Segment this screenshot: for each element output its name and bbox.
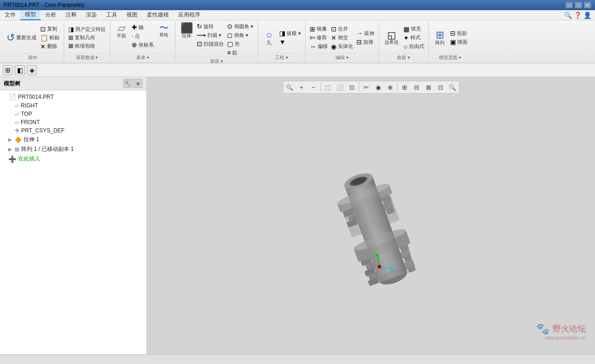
csys-button[interactable]: ⊕坐标系 bbox=[130, 41, 155, 49]
project-button[interactable]: ⊟投影 bbox=[449, 29, 469, 37]
sketch-button[interactable]: 〜 草绘 bbox=[156, 22, 172, 39]
axis-button[interactable]: ✚轴 bbox=[130, 23, 155, 31]
tree-item-label-csys: PRT_CSYS_DEF bbox=[21, 127, 65, 134]
freestyle-button[interactable]: ○自由式 bbox=[402, 42, 425, 51]
menu-file[interactable]: 文件 bbox=[0, 10, 20, 20]
tree-item-label: PRT0014.PRT bbox=[18, 94, 54, 100]
sweep-blend-button[interactable]: ⊡扫描混合 bbox=[195, 40, 225, 48]
menu-tools[interactable]: 工具 bbox=[102, 10, 122, 20]
rib-button[interactable]: ≡筋 bbox=[226, 48, 255, 57]
file-icon: 📄 bbox=[8, 93, 16, 101]
tree-item-front[interactable]: ▱ FRONT bbox=[0, 118, 146, 126]
offset-button[interactable]: ↔偏移 bbox=[308, 42, 329, 51]
intersect-button[interactable]: ✕相交 bbox=[330, 34, 355, 42]
trim-button[interactable]: ✄修剪 bbox=[308, 34, 329, 42]
ribbon-group-datum: ▱ 平面 ✚轴 ·点 ⊕坐标系 〜 草绘 bbox=[110, 21, 175, 62]
user-feature-button[interactable]: ◨用户定义特征 bbox=[67, 25, 107, 33]
point-button[interactable]: ·点 bbox=[130, 32, 155, 40]
tree-item-label-extrude: 拉伸 1 bbox=[24, 136, 39, 143]
screen-button[interactable]: ▣障面 bbox=[449, 38, 469, 46]
round-button[interactable]: ⊙倒圆角 ▾ bbox=[226, 22, 255, 30]
tree-item-extrude[interactable]: ▶ 🔶 拉伸 1 bbox=[0, 135, 146, 144]
tree-item-label-front: FRONT bbox=[21, 119, 40, 125]
copy-geom-button[interactable]: ⊞复制几何 bbox=[67, 34, 107, 42]
shell-button[interactable]: ▢壳 bbox=[226, 40, 255, 48]
datum-plane-icon: ▱ bbox=[15, 102, 19, 109]
menu-model[interactable]: 模型 bbox=[20, 10, 41, 20]
watermark-url: www.proewildfire.cn bbox=[536, 335, 586, 340]
paste-button[interactable]: 📋粘贴 bbox=[39, 34, 61, 42]
style-button[interactable]: ✦样式 bbox=[402, 34, 425, 42]
menu-flexible[interactable]: 柔性建模 bbox=[142, 10, 174, 20]
draft-button[interactable]: ◨拔模 ▾ bbox=[278, 29, 302, 37]
hole-button[interactable]: ○ 孔 bbox=[261, 29, 277, 47]
extend-button[interactable]: →延伸 bbox=[355, 29, 376, 37]
extrude-button[interactable]: ⬛ 拉伸 bbox=[178, 22, 195, 40]
ribbon-group-shape: ⬛ 拉伸 ↻旋转 ⟿扫描 ▾ ⊡扫描混合 ⊙倒圆角 ▾ bbox=[175, 21, 258, 62]
watermark-text: 野火论坛 bbox=[553, 323, 586, 334]
plane-button[interactable]: ▱ 平面 bbox=[113, 22, 130, 40]
expand-array[interactable]: ▶ bbox=[8, 147, 15, 152]
insert-here[interactable]: ➕ 在此插入 bbox=[0, 154, 146, 164]
tree-item-label-top: TOP bbox=[21, 111, 32, 117]
user-icon[interactable]: 👤 bbox=[583, 12, 591, 19]
mirror-button[interactable]: ⊞镜像 bbox=[308, 25, 329, 33]
model-container: x y bbox=[147, 77, 595, 354]
menu-view[interactable]: 视图 bbox=[122, 10, 142, 20]
revolve-button[interactable]: ↻旋转 bbox=[195, 22, 225, 30]
help-icon[interactable]: ❓ bbox=[574, 12, 582, 19]
expand-extrude[interactable]: ▶ bbox=[8, 137, 15, 142]
sidebar-settings-button[interactable]: 🔧 bbox=[123, 79, 132, 88]
tree-item-array[interactable]: ▶ ⊞ 阵列 1 / 已移动副本 1 bbox=[0, 144, 146, 154]
menu-analysis[interactable]: 分析 bbox=[41, 10, 61, 20]
chamfer-button[interactable]: ◻倒角 ▾ bbox=[226, 31, 255, 39]
toolbar-btn-1[interactable]: ⊞ bbox=[3, 65, 13, 75]
datum-plane-icon-front: ▱ bbox=[15, 119, 19, 125]
ribbon-group-actions: ↺ 重新生成 ⊡复制 📋粘贴 ✕删除 操作 bbox=[2, 21, 64, 62]
close-button[interactable]: ✕ bbox=[584, 2, 591, 8]
thicken-button[interactable]: ⊟加厚 bbox=[355, 38, 376, 46]
csys-icon: ✛ bbox=[15, 127, 19, 134]
minimize-button[interactable]: ─ bbox=[565, 2, 573, 8]
fill-button[interactable]: ▦填充 bbox=[402, 25, 425, 33]
group-label-intent: 模型意图 ▾ bbox=[432, 53, 469, 61]
insert-label: 在此插入 bbox=[18, 155, 40, 163]
group-label-engineering: 工程 ▾ bbox=[261, 53, 302, 61]
menu-annotation[interactable]: 注释 bbox=[61, 10, 81, 20]
viewport[interactable]: 🔍 + − ⬚ ⬜ ⊡ ✄ ◉ ⊕ ⊞ ⊟ ⊠ ⊡ 🔍 bbox=[147, 77, 595, 354]
group-label-surface: 曲面 ▾ bbox=[382, 53, 425, 61]
more-button[interactable]: ▼ bbox=[278, 38, 302, 46]
toolbar-btn-3[interactable]: ◈ bbox=[27, 65, 37, 75]
watermark-logo: 🐾 bbox=[536, 322, 550, 335]
ribbon: ↺ 重新生成 ⊡复制 📋粘贴 ✕删除 操作 bbox=[0, 20, 595, 63]
tree-item-top[interactable]: ▱ TOP bbox=[0, 110, 146, 118]
search-icon[interactable]: 🔍 bbox=[564, 12, 572, 19]
menu-apps[interactable]: 应用程序 bbox=[174, 10, 205, 20]
ribbon-group-intent: ⊞ 阵列 ⊟投影 ▣障面 模型意图 ▾ bbox=[429, 21, 472, 62]
solidify-button[interactable]: ◉实体化 bbox=[330, 42, 355, 51]
toolbar-btn-2[interactable]: ◧ bbox=[15, 65, 25, 75]
sidebar-columns-button[interactable]: ≡ bbox=[133, 79, 143, 88]
group-label-datum: 基准 ▾ bbox=[113, 53, 172, 61]
model-tree: 📄 PRT0014.PRT ▱ RIGHT ▱ TOP ▱ FRONT bbox=[0, 90, 146, 354]
menu-render[interactable]: 渲染 bbox=[81, 10, 102, 20]
menu-bar: 文件 模型 分析 注释 渲染 工具 视图 柔性建模 应用程序 🔍 ❓ 👤 bbox=[0, 10, 595, 20]
sidebar-header: 模型树 🔧 ≡ bbox=[0, 77, 146, 90]
shrink-wrap-button[interactable]: ⊠收缩包络 bbox=[67, 42, 107, 50]
ribbon-group-edit: ⊞镜像 ✄修剪 ↔偏移 ⊡合并 ✕相交 bbox=[306, 21, 379, 62]
array-button[interactable]: ⊞ 阵列 bbox=[432, 29, 448, 47]
delete-button[interactable]: ✕删除 bbox=[39, 42, 61, 51]
svg-text:y: y bbox=[373, 250, 375, 255]
ribbon-group-engineering: ○ 孔 ◨拔模 ▾ ▼ 工程 ▾ bbox=[258, 21, 306, 62]
copy-button[interactable]: ⊡复制 bbox=[39, 25, 61, 33]
merge-button[interactable]: ⊡合并 bbox=[330, 25, 355, 33]
group-label-getdata: 获取数据 ▾ bbox=[67, 53, 107, 61]
maximize-button[interactable]: □ bbox=[575, 2, 582, 8]
tree-item-csys[interactable]: ✛ PRT_CSYS_DEF bbox=[0, 126, 146, 135]
tree-item-right[interactable]: ▱ RIGHT bbox=[0, 101, 146, 110]
quick-toolbar: ⊞ ◧ ◈ bbox=[0, 63, 595, 77]
sweep-button[interactable]: ⟿扫描 ▾ bbox=[195, 31, 225, 39]
regenerate-button[interactable]: ↺ 重新生成 bbox=[5, 31, 38, 45]
boundary-blend-button[interactable]: ◱ 边界混 bbox=[382, 30, 401, 46]
tree-item-prt[interactable]: 📄 PRT0014.PRT bbox=[0, 92, 146, 101]
